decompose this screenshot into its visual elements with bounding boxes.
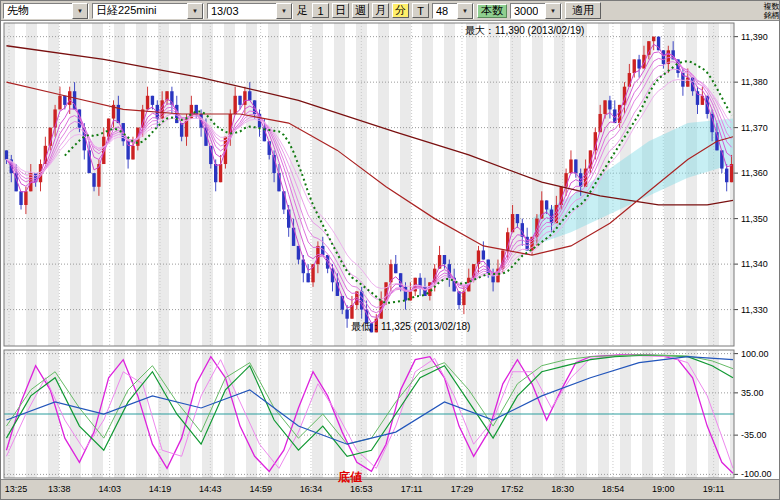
time-axis-label: 13:25 [1,484,31,494]
candle-body [146,96,149,110]
candle-body [345,310,348,319]
session-high-annotation: 最大：11,390 (2013/02/19) [465,24,584,38]
candle-body [608,100,611,109]
candle-body [569,159,572,173]
candle-body [19,191,22,205]
contract-month-select[interactable]: 13/03 ▼ [207,3,293,19]
instrument-name-select[interactable]: 日経225mini ▼ [92,3,204,19]
candle-body [233,96,236,114]
candle-body [482,250,485,259]
candle-body [662,50,665,64]
chevron-down-icon[interactable]: ▼ [457,3,473,19]
time-axis-label: 14:03 [95,484,125,494]
candle-body [58,96,61,110]
tick-interval-select[interactable]: 48 ▼ [432,3,474,19]
chevron-down-icon[interactable]: ▼ [545,3,561,19]
chevron-down-icon[interactable]: ▼ [72,3,88,19]
candle-body [394,264,397,273]
period-button-month[interactable]: 月 [372,3,389,18]
candle-body [443,255,446,264]
bar-count-label: 本数 [477,4,507,18]
candle-body [68,91,71,105]
candle-body [238,96,241,105]
instrument-name-value: 日経225mini [96,3,157,18]
osc-line-fast-pink [6,355,733,468]
session-low-annotation: 最低：11,325 (2013/02/18) [351,320,470,334]
bottom-price-annotation: 底値 [338,469,362,486]
period-button-1[interactable]: 1 [312,3,329,18]
time-axis-label: 14:19 [145,484,175,494]
toolbar: 先物 ▼ 日経225mini ▼ 13/03 ▼ 足 1 日 週 月 分 T 4… [1,1,780,21]
time-axis-label: 14:43 [195,484,225,494]
time-axis-label: 18:30 [548,484,578,494]
chart-canvas: 11,39011,38011,37011,36011,35011,34011,3… [1,1,780,500]
price-axis-label: 11,370 [741,123,768,133]
price-axis-label: 11,350 [741,214,768,224]
apply-button[interactable]: 適用 [565,2,601,19]
candle-body [5,150,8,159]
time-axis-label: 17:11 [397,484,427,494]
candle-body [637,59,640,68]
time-axis-label: 17:52 [497,484,527,494]
tick-interval-value: 48 [436,5,448,17]
osc-axis-label: -35.00 [741,430,767,440]
period-button-minute[interactable]: 分 [392,3,409,18]
time-axis-label: 13:38 [44,484,74,494]
chart-window: 11,39011,38011,37011,36011,35011,34011,3… [0,0,780,500]
candle-body [603,100,606,114]
time-axis-label: 14:59 [246,484,276,494]
time-axis-label: 19:11 [699,484,729,494]
osc-axis-label: -100.00 [741,469,772,479]
multi-symbol-button[interactable]: 複数銘柄 [763,2,780,20]
candle-body [151,96,154,105]
time-axis-label: 19:00 [648,484,678,494]
candle-body [63,96,66,105]
time-axis: 13:2513:3814:0314:1914:4314:5916:3416:53… [1,479,780,500]
osc-axis-label: 35.00 [741,388,764,398]
time-axis-label: 17:29 [447,484,477,494]
candle-body [306,273,309,282]
chevron-down-icon[interactable]: ▼ [187,3,203,19]
osc-line-mid-green-2 [6,355,733,444]
candle-body [462,291,465,305]
candle-body [248,91,251,100]
instrument-type-select[interactable]: 先物 ▼ [3,3,89,19]
candle-body [633,59,636,73]
timeframe-label: 足 [296,3,309,18]
time-axis-label: 16:34 [296,484,326,494]
candle-body [214,164,217,182]
instrument-type-value: 先物 [7,3,29,18]
candle-body [545,200,548,209]
price-axis-label: 11,380 [741,77,768,87]
period-button-week[interactable]: 週 [352,3,369,18]
candle-body [516,214,519,223]
candle-body [730,164,733,182]
candle-body [652,37,655,42]
candle-body [92,173,95,187]
time-axis-label: 18:54 [598,484,628,494]
bar-count-select[interactable]: 3000 ▼ [510,3,562,19]
osc-axis-label: 100.00 [741,349,769,359]
contract-month-value: 13/03 [211,5,239,17]
price-axis-label: 11,330 [741,305,768,315]
candle-body [574,159,577,173]
candle-body [131,146,134,160]
candle-body [219,164,222,182]
chevron-down-icon[interactable]: ▼ [276,3,292,19]
price-axis-label: 11,360 [741,168,768,178]
price-axis-label: 11,390 [741,32,768,42]
candle-body [725,169,728,183]
bar-count-value: 3000 [514,5,538,17]
period-button-day[interactable]: 日 [332,3,349,18]
candle-body [287,210,290,228]
candle-body [282,191,285,209]
osc-line-mid-green [6,355,733,456]
tick-chart-button[interactable]: T [412,3,429,18]
price-axis-label: 11,340 [741,259,768,269]
candle-body [24,191,27,205]
